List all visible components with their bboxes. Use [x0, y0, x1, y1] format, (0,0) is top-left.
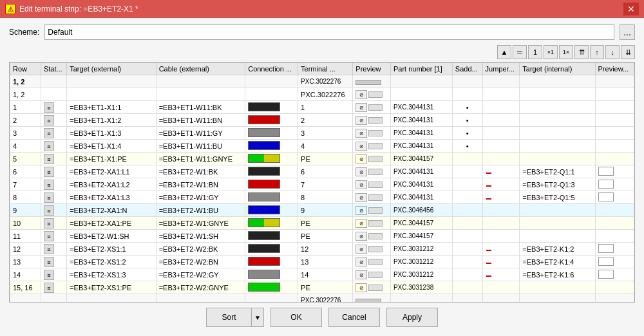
toolbar-up-btn[interactable]: ↑	[590, 45, 604, 59]
toolbar-down-btn[interactable]: ↓	[605, 45, 620, 59]
cell-row-num: 2	[10, 114, 41, 127]
toolbar-top-btn[interactable]: ⇈	[574, 45, 589, 59]
table-row[interactable]: 11≡=EB3+ET2-W1:SH=EB3+ET2-W1:SHPE⊘PXC.30…	[10, 230, 634, 243]
col-header-row: Row	[10, 63, 41, 75]
title-bar: ⚠ Edit terminal strip: =EB3+ET2-X1 * ✕	[0, 0, 644, 18]
cell-saddle	[452, 153, 482, 165]
cell-stat: ≡	[41, 281, 66, 294]
cell-stat: ≡	[41, 114, 66, 127]
table-row[interactable]: 7≡=EB3+ET2-XA1:L2=EB3+ET2-W1:BN7⊘PXC.304…	[10, 178, 634, 191]
table-row[interactable]: 5≡=EB3+ET1-X1:PE=EB3+ET1-W11:GNYEPE⊘PXC.…	[10, 153, 634, 165]
cell-preview: ⊘	[353, 256, 391, 268]
col-header-preview-int: Preview...	[595, 63, 634, 75]
top-footer-target-int	[520, 75, 595, 88]
col-header-jumper: Jumper...	[482, 63, 520, 75]
cell-connection	[245, 114, 298, 127]
cell-saddle	[452, 217, 482, 230]
table-row[interactable]: 14≡=EB3+ET2-XS1:3=EB3+ET2-W2:GY14⊘PXC.30…	[10, 268, 634, 281]
cell-preview-int	[595, 268, 634, 281]
cell-preview-int	[595, 88, 634, 101]
top-footer-preview	[353, 75, 391, 88]
cell-part-number: PXC.3044131	[390, 165, 452, 178]
warning-icon: ⚠	[5, 4, 15, 14]
col-header-part-number: Part number [1]	[390, 63, 452, 75]
cell-saddle	[452, 165, 482, 178]
cell-row-num: 13	[10, 256, 41, 268]
cell-target-int: =EB3+ET2-K1:2	[520, 243, 595, 256]
toolbar-x1-btn[interactable]: ×1	[544, 45, 558, 59]
cell-stat: ≡	[41, 178, 66, 191]
scheme-dots-button[interactable]: ...	[620, 24, 635, 40]
cell-part-number: PXC.3044157	[390, 153, 452, 165]
sort-dropdown-button[interactable]: ▼	[251, 308, 264, 327]
table-row[interactable]: 4≡=EB3+ET1-X1:4=EB3+ET1-W11:BU4⊘PXC.3044…	[10, 140, 634, 153]
cell-preview-int	[595, 114, 634, 127]
cell-part-number	[390, 88, 452, 101]
table-row[interactable]: 12≡=EB3+ET2-XS1:1=EB3+ET2-W2:BK12⊘PXC.30…	[10, 243, 634, 256]
table-row[interactable]: 13≡=EB3+ET2-XS1:2=EB3+ET2-W2:BN13⊘PXC.30…	[10, 256, 634, 268]
cancel-button[interactable]: Cancel	[328, 308, 380, 327]
table-row[interactable]: 1≡=EB3+ET1-X1:1=EB3+ET1-W11:BK1⊘PXC.3044…	[10, 101, 634, 114]
toolbar: ▲ ═ 1 ×1 1× ⇈ ↑ ↓ ⇊	[9, 45, 635, 59]
sort-button[interactable]: Sort	[206, 308, 251, 327]
close-button[interactable]: ✕	[623, 3, 639, 15]
cell-target-ext: =EB3+ET1-X1:1	[67, 101, 156, 114]
cell-jumper	[482, 204, 520, 217]
table-wrap: Row Stat... Target (external) Cable (ext…	[9, 62, 635, 303]
table-row[interactable]: 8≡=EB3+ET2-XA1:L3=EB3+ET2-W1:GY8⊘PXC.304…	[10, 191, 634, 204]
cell-connection	[245, 153, 298, 165]
cell-saddle	[452, 243, 482, 256]
apply-button[interactable]: Apply	[386, 308, 438, 327]
cell-target-int	[520, 88, 595, 101]
cell-target-int: =EB3+ET2-K1:4	[520, 256, 595, 268]
table-row[interactable]: 9≡=EB3+ET2-XA1:N=EB3+ET2-W1:BU9⊘PXC.3046…	[10, 204, 634, 217]
toolbar-move-up-btn[interactable]: ▲	[497, 45, 511, 59]
cell-terminal: 2	[298, 114, 353, 127]
cell-target-ext	[67, 88, 156, 101]
table-row[interactable]: 6≡=EB3+ET2-XA1:L1=EB3+ET2-W1:BK6⊘PXC.304…	[10, 165, 634, 178]
cell-preview-int	[595, 165, 634, 178]
cell-target-int	[520, 230, 595, 243]
toolbar-1x-btn[interactable]: 1×	[559, 45, 573, 59]
sort-btn-group: Sort ▼	[206, 308, 264, 327]
table-row[interactable]: 2≡=EB3+ET1-X1:2=EB3+ET1-W11:BN2⊘PXC.3044…	[10, 114, 634, 127]
cell-part-number: PXC.3046456	[390, 204, 452, 217]
cell-cable-ext: =EB3+ET2-W2:BK	[156, 243, 245, 256]
cell-part-number: PXC.3044157	[390, 230, 452, 243]
cell-preview: ⊘	[353, 178, 391, 191]
toolbar-bottom-btn[interactable]: ⇊	[621, 45, 635, 59]
scheme-select[interactable]: Default	[44, 24, 614, 40]
col-header-target-ext: Target (external)	[67, 63, 156, 75]
table-row[interactable]: 1, 2PXC.3022276⊘	[10, 88, 634, 101]
cell-part-number: PXC.3044131	[390, 114, 452, 127]
top-footer-row-num: 1, 2	[10, 75, 41, 88]
cell-target-int: =EB3+ET2-Q1:5	[520, 191, 595, 204]
cell-jumper	[482, 217, 520, 230]
bottom-stat	[41, 294, 66, 303]
cell-connection	[245, 178, 298, 191]
cell-target-ext: =EB3+ET2-W1:SH	[67, 230, 156, 243]
cell-preview-int	[595, 217, 634, 230]
cell-part-number: PXC.3044131	[390, 101, 452, 114]
cell-connection	[245, 127, 298, 140]
table-row[interactable]: 10≡=EB3+ET2-XA1:PE=EB3+ET2-W1:GNYEPE⊘PXC…	[10, 217, 634, 230]
table-row[interactable]: 3≡=EB3+ET1-X1:3=EB3+ET1-W11:GY3⊘PXC.3044…	[10, 127, 634, 140]
bottom-preview-int	[595, 294, 634, 303]
top-footer-target	[67, 75, 156, 88]
cell-connection	[245, 256, 298, 268]
cell-jumper	[482, 268, 520, 281]
cell-preview: ⊘	[353, 101, 391, 114]
ok-button[interactable]: OK	[270, 308, 322, 327]
bottom-target	[67, 294, 156, 303]
cell-connection	[245, 243, 298, 256]
top-footer-stat	[41, 75, 66, 88]
toolbar-num1-btn[interactable]: 1	[528, 45, 542, 59]
toolbar-align-btn[interactable]: ═	[513, 45, 527, 59]
table-row[interactable]: 15, 16≡=EB3+ET2-XS1:PE=EB3+ET2-W2:GNYEPE…	[10, 281, 634, 294]
cell-cable-ext: =EB3+ET2-W2:BN	[156, 256, 245, 268]
dialog-body: Scheme: Default ... ▲ ═ 1 ×1 1× ⇈ ↑ ↓ ⇊ …	[0, 18, 644, 336]
cell-cable-ext: =EB3+ET2-W1:BU	[156, 204, 245, 217]
cell-stat: ≡	[41, 204, 66, 217]
col-header-cable-ext: Cable (external)	[156, 63, 245, 75]
cell-part-number: PXC.3044131	[390, 191, 452, 204]
